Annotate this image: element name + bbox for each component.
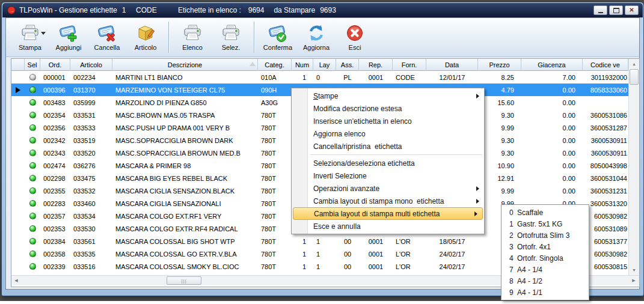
cell-ord: 002283 [40, 197, 70, 210]
column-header-lay[interactable]: Lay [313, 59, 336, 71]
menu-item-cambia-layout-di-stampa-mono-etichetta[interactable]: Cambia layout di stampa mono etichetta [292, 195, 484, 207]
column-header-data[interactable]: Data [426, 59, 478, 71]
menu-item-stampe[interactable]: Stampe [292, 90, 484, 102]
column-header-prezzo[interactable]: Prezzo [478, 59, 521, 71]
column-header-codice[interactable]: Codice ve [583, 59, 628, 71]
selection-status-icon[interactable] [29, 162, 36, 169]
toolbar-button-stampa[interactable]: Stampa [11, 20, 49, 55]
submenu-item-2-ortofrutta-slim-3[interactable]: 2Ortofrutta Slim 3 [501, 230, 589, 241]
submenu-item-key: 7 [509, 266, 517, 274]
cell-codice: 600530982 [583, 210, 628, 222]
menu-item-operazioni-avanzate[interactable]: Operazioni avanzate [292, 182, 484, 195]
scroll-left-icon[interactable]: ◀ [11, 276, 21, 285]
cell-ord: 002343 [40, 147, 70, 159]
table-row[interactable]: 000001002234MARTINI LT1 BIANCO010A10PL00… [11, 71, 628, 84]
toolbar-button-articolo[interactable]: Articolo [127, 20, 164, 55]
dropdown-arrow-icon[interactable] [41, 32, 46, 35]
vertical-scroll-thumb[interactable] [630, 69, 639, 85]
toolbar-button-cancella[interactable]: Cancella [88, 20, 126, 55]
column-header-num[interactable]: Num [292, 59, 313, 71]
menu-item-seleziona-deseleziona-etichetta[interactable]: Seleziona/deseleziona etichetta [292, 157, 484, 169]
cell-categ: 780T [258, 147, 292, 159]
cell-giacenza: 0.00 [521, 184, 583, 197]
submenu-item-1-gastr-5x1-kg[interactable]: 1Gastr. 5x1 KG [501, 218, 589, 230]
toolbar-button-aggiorna[interactable]: Aggiorna [298, 20, 335, 55]
column-header-descrizione[interactable]: Descrizione [112, 59, 258, 71]
submenu-item-4-ortofr-singola[interactable]: 4Ortofr. Singola [501, 252, 589, 264]
menu-item-label: Seleziona/deseleziona etichetta [313, 159, 415, 168]
selection-status-icon[interactable] [29, 124, 36, 131]
menu-item-esce-e-annulla[interactable]: Esce e annulla [292, 220, 484, 233]
toolbar-button-esci[interactable]: Esci [336, 20, 373, 55]
column-header-indicator[interactable] [11, 59, 25, 71]
close-button[interactable]: ✕ [625, 5, 639, 15]
menu-item-inverti-selezione[interactable]: Inverti Selezione [292, 169, 484, 182]
toolbar-button-selez[interactable]: Selez. [212, 20, 250, 55]
submenu-item-label: A4 - 1/2 [517, 277, 542, 285]
selection-status-icon[interactable] [29, 99, 36, 106]
scroll-up-icon[interactable]: ▲ [629, 59, 639, 68]
column-header-articolo[interactable]: Articolo [70, 59, 112, 71]
cell-categ: 780T [258, 235, 292, 248]
selection-status-icon[interactable] [29, 187, 36, 194]
menu-item-aggiorna-elenco[interactable]: Aggiorna elenco [292, 127, 484, 140]
cell-codice: 3600530911 [583, 147, 628, 159]
horizontal-scroll-thumb[interactable]: ||| [167, 276, 201, 285]
cell-codice: 3600530911 [583, 134, 628, 147]
selection-status-icon[interactable] [29, 225, 36, 232]
cell-sel [25, 172, 40, 184]
cell-giacenza: 0.00 [521, 96, 583, 109]
menu-item-modifica-descrizione-estesa[interactable]: Modifica descrizione estesa [292, 102, 484, 115]
cell-indicator [11, 260, 25, 273]
column-header-ass[interactable]: Ass. [336, 59, 359, 71]
column-header-ord[interactable]: Ord. [40, 59, 70, 71]
submenu-item-9-a4-1-1[interactable]: 9A4 - 1/1 [501, 287, 589, 298]
vertical-scrollbar[interactable]: ▲ ▼ [628, 59, 639, 275]
column-header-rep[interactable]: Rep. [359, 59, 393, 71]
toolbar-button-label: Articolo [135, 44, 157, 51]
scroll-right-icon[interactable]: ▶ [629, 276, 639, 285]
cell-codice: 600531377 [583, 235, 628, 248]
selection-status-icon[interactable] [29, 200, 36, 207]
menu-item-cambia-layout-di-stampa-multi-etichetta[interactable]: Cambia layout di stampa multi etichetta [293, 207, 483, 220]
selection-status-icon[interactable] [29, 112, 36, 118]
toolbar-button-label: Cancella [94, 44, 120, 51]
column-header-label: Rep. [369, 61, 382, 68]
column-header-sel[interactable]: Sel [25, 59, 40, 71]
selection-status-icon[interactable] [29, 150, 36, 156]
submenu-item-3-ortofr-4x1[interactable]: 3Ortofr. 4x1 [501, 241, 589, 252]
toolbar-button-conferma[interactable]: Conferma [259, 20, 296, 55]
toolbar-button-elenco[interactable]: Elenco [174, 20, 211, 55]
cell-descrizione: MARZEMINO VON STEEIGER CL75 [112, 84, 258, 96]
menu-item-inserisce-un-etichetta-in-elenco[interactable]: Inserisce un'etichetta in elenco [292, 115, 484, 127]
cell-articolo: 033532 [70, 184, 112, 197]
toolbar-button-label: Aggiorna [303, 44, 330, 51]
selection-status-icon[interactable] [29, 263, 36, 270]
selection-status-icon[interactable] [29, 87, 36, 93]
minimize-button[interactable] [593, 5, 607, 15]
cell-descrizione: MASC.BROWN MAS.05 TRASPA [112, 109, 258, 121]
cell-ord: 002474 [40, 159, 70, 172]
selection-status-icon[interactable] [29, 251, 36, 257]
scroll-down-icon[interactable]: ▼ [629, 265, 639, 275]
column-header-forn[interactable]: Forn. [393, 59, 426, 71]
tag-add-icon [59, 23, 78, 43]
cell-sel [25, 134, 40, 147]
column-header-giacenza[interactable]: Giacenza [521, 59, 583, 71]
toolbar-separator [254, 22, 255, 53]
submenu-item-7-a4-1-4[interactable]: 7A4 - 1/4 [501, 264, 589, 275]
toolbar-button-aggiungi[interactable]: Aggiungi [50, 20, 87, 55]
column-header-categ[interactable]: Categ. [258, 59, 292, 71]
cell-codice: 3600531086 [583, 109, 628, 121]
submenu-item-0-scaffale[interactable]: 0Scaffale [501, 207, 589, 218]
cell-categ: 780T [258, 210, 292, 222]
selection-status-icon[interactable] [29, 238, 36, 245]
selection-status-icon[interactable] [29, 74, 36, 81]
menu-item-cancella-ripristina-etichetta[interactable]: Cancella/ripristina etichetta [292, 140, 484, 153]
selection-status-icon[interactable] [29, 213, 36, 219]
submenu-item-8-a4-1-2[interactable]: 8A4 - 1/2 [501, 275, 589, 287]
cell-categ: 780T [258, 184, 292, 197]
selection-status-icon[interactable] [29, 175, 36, 181]
maximize-button[interactable] [609, 5, 623, 15]
selection-status-icon[interactable] [29, 137, 36, 144]
